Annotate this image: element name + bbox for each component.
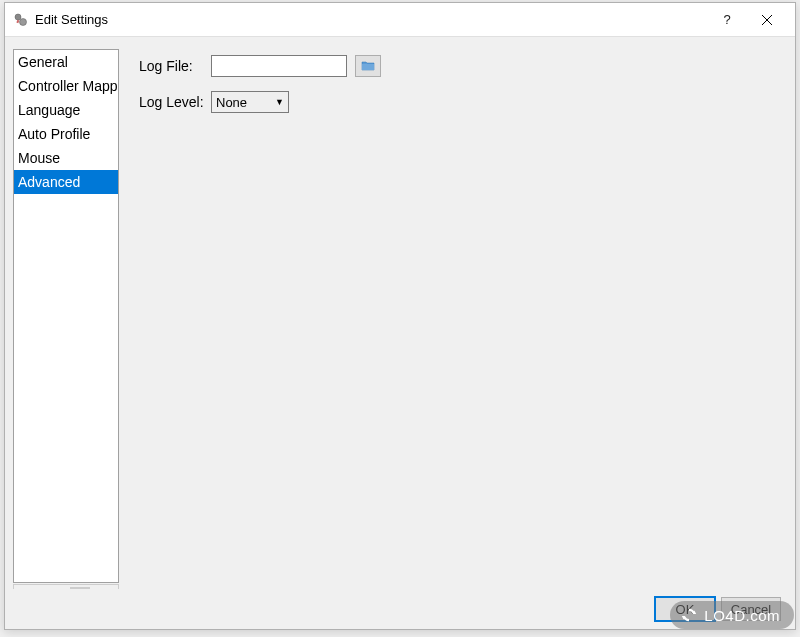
- svg-point-1: [20, 18, 27, 25]
- help-button[interactable]: ?: [707, 5, 747, 35]
- settings-panel: Log File: Log Level: None ▼: [119, 37, 795, 589]
- sidebar-item-general[interactable]: General: [14, 50, 118, 74]
- log-level-row: Log Level: None ▼: [139, 91, 775, 113]
- sidebar-item-mouse[interactable]: Mouse: [14, 146, 118, 170]
- ok-button[interactable]: OK: [655, 597, 715, 621]
- window-title: Edit Settings: [35, 12, 707, 27]
- log-level-dropdown[interactable]: None ▼: [211, 91, 289, 113]
- svg-rect-5: [362, 64, 374, 70]
- sidebar-item-controller-mappings[interactable]: Controller Mappings: [14, 74, 118, 98]
- dialog-content: General Controller Mappings Language Aut…: [5, 37, 795, 589]
- titlebar: Edit Settings ?: [5, 3, 795, 37]
- chevron-down-icon: ▼: [275, 97, 284, 107]
- sidebar-item-language[interactable]: Language: [14, 98, 118, 122]
- log-level-value: None: [216, 95, 247, 110]
- close-button[interactable]: [747, 5, 787, 35]
- log-file-row: Log File:: [139, 55, 775, 77]
- log-level-label: Log Level:: [139, 94, 211, 110]
- app-icon: [13, 12, 29, 28]
- sidebar-item-advanced[interactable]: Advanced: [14, 170, 118, 194]
- folder-icon: [361, 59, 375, 74]
- log-file-input[interactable]: [211, 55, 347, 77]
- svg-point-0: [15, 14, 21, 20]
- dialog-footer: OK Cancel: [5, 589, 795, 629]
- cancel-button[interactable]: Cancel: [721, 597, 781, 621]
- svg-rect-2: [16, 19, 19, 23]
- browse-button[interactable]: [355, 55, 381, 77]
- sidebar-item-auto-profile[interactable]: Auto Profile: [14, 122, 118, 146]
- settings-dialog: Edit Settings ? General Controller Mappi…: [4, 2, 796, 630]
- log-file-label: Log File:: [139, 58, 211, 74]
- sidebar-container: General Controller Mappings Language Aut…: [13, 49, 119, 601]
- category-list[interactable]: General Controller Mappings Language Aut…: [13, 49, 119, 583]
